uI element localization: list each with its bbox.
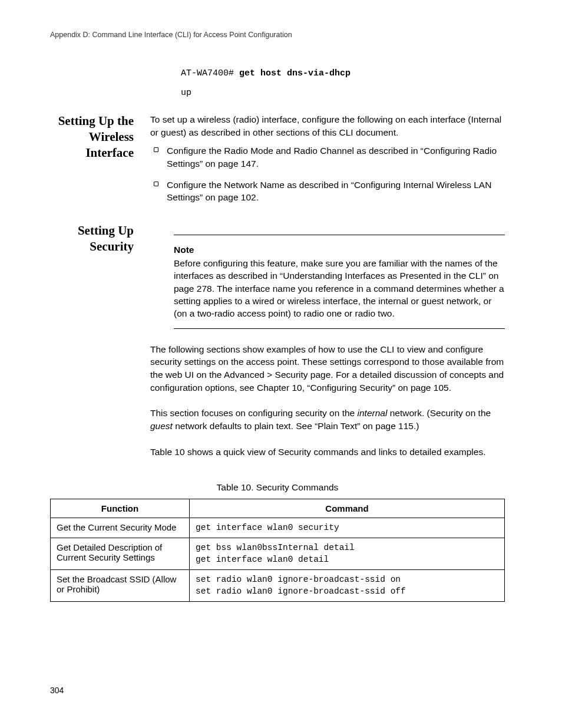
p2-em1: internal <box>358 408 388 418</box>
cli-prompt: AT-WA7400# <box>181 68 239 78</box>
section-wireless-interface: Setting Up the Wireless Interface To set… <box>50 113 505 212</box>
security-para-3: Table 10 shows a quick view of Security … <box>150 446 505 459</box>
section-security: Setting Up Security Note Before configur… <box>50 223 505 471</box>
security-para-2: This section focuses on configuring secu… <box>150 407 505 432</box>
document-page: Appendix D: Command Line Interface (CLI)… <box>0 0 562 728</box>
th-command: Command <box>190 499 505 518</box>
code-block: AT-WA7400# get host dns-via-dhcp up <box>181 67 505 98</box>
section-body-wireless: To set up a wireless (radio) interface, … <box>150 113 505 212</box>
wireless-bullet-2: Configure the Network Name as described … <box>150 179 505 204</box>
cli-command: get host dns-via-dhcp <box>239 68 351 78</box>
side-heading-wireless: Setting Up the Wireless Interface <box>50 113 150 161</box>
cell-command-0: get interface wlan0 security <box>190 518 505 538</box>
table-row: Set the Broadcast SSID (Allow or Prohibi… <box>51 570 505 602</box>
note-body: Before configuring this feature, make su… <box>174 257 505 320</box>
page-header: Appendix D: Command Line Interface (CLI)… <box>50 31 505 39</box>
cell-command-1: get bss wlan0bssInternal detail get inte… <box>190 538 505 570</box>
note-box: Note Before configuring this feature, ma… <box>174 235 505 329</box>
p2-em2: guest <box>150 421 173 431</box>
wireless-bullet-1: Configure the Radio Mode and Radio Chann… <box>150 144 505 170</box>
security-para-1: The following sections show examples of … <box>150 343 505 394</box>
cli-command-line: AT-WA7400# get host dns-via-dhcp <box>181 67 505 78</box>
cell-function-0: Get the Current Security Mode <box>51 518 190 538</box>
section-body-security: Note Before configuring this feature, ma… <box>150 223 505 471</box>
wireless-intro: To set up a wireless (radio) interface, … <box>150 113 505 139</box>
security-commands-table: Function Command Get the Current Securit… <box>50 499 505 602</box>
table-header-row: Function Command <box>51 499 505 518</box>
table-row: Get the Current Security Mode get interf… <box>51 518 505 538</box>
p2-pre: This section focuses on configuring secu… <box>150 408 358 418</box>
cell-command-2: set radio wlan0 ignore-broadcast-ssid on… <box>190 570 505 602</box>
table-caption: Table 10. Security Commands <box>50 482 505 493</box>
th-function: Function <box>51 499 190 518</box>
table-row: Get Detailed Description of Current Secu… <box>51 538 505 570</box>
p2-mid: network. (Security on the <box>387 408 491 418</box>
p2-post: network defaults to plain text. See “Pla… <box>173 421 419 431</box>
cell-function-1: Get Detailed Description of Current Secu… <box>51 538 190 570</box>
table-area: Table 10. Security Commands Function Com… <box>50 482 505 602</box>
page-number: 304 <box>50 686 64 695</box>
side-heading-security: Setting Up Security <box>50 223 150 255</box>
note-title: Note <box>174 243 505 256</box>
cli-output: up <box>181 88 505 98</box>
wireless-bullet-list: Configure the Radio Mode and Radio Chann… <box>150 144 505 204</box>
cell-function-2: Set the Broadcast SSID (Allow or Prohibi… <box>51 570 190 602</box>
